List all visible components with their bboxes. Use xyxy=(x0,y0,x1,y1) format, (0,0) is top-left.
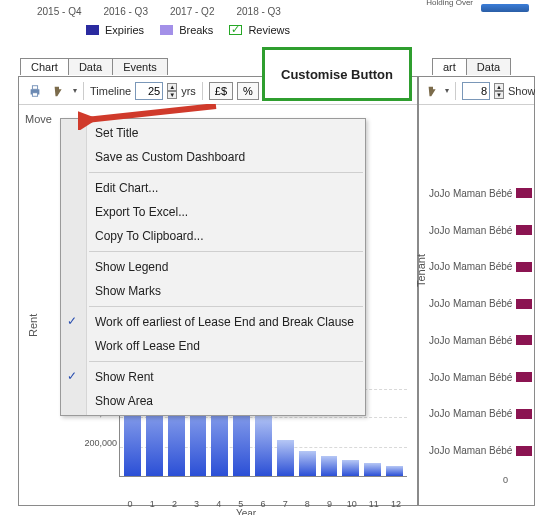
right-spinner[interactable]: ▲▼ xyxy=(494,83,504,99)
bar xyxy=(342,460,359,476)
printer-icon xyxy=(28,84,42,98)
menu-set-title[interactable]: Set Title xyxy=(61,121,365,145)
timeline-tick: 2017 - Q2 xyxy=(170,6,214,17)
bar xyxy=(386,466,403,476)
tab-data-right[interactable]: Data xyxy=(466,58,511,75)
tenant-bar xyxy=(516,299,532,309)
menu-export-excel[interactable]: Export To Excel... xyxy=(61,200,365,224)
tenant-list: JoJo Maman BébéJoJo Maman BébéJoJo Maman… xyxy=(429,175,532,469)
tenant-row: JoJo Maman Bébé xyxy=(429,298,532,309)
menu-show-marks[interactable]: Show Marks xyxy=(61,279,365,303)
legend-expiries: Expiries xyxy=(86,24,144,36)
menu-separator xyxy=(89,251,363,252)
callout-label: Customise Button xyxy=(281,67,393,82)
menu-separator xyxy=(89,306,363,307)
bar xyxy=(321,456,338,476)
svg-rect-2 xyxy=(32,92,37,96)
tenant-chart-panel: ▾ ▲▼ Show Tenant JoJo Maman BébéJoJo Mam… xyxy=(418,76,535,506)
x-axis-label: Year xyxy=(85,508,407,515)
bar xyxy=(277,440,294,476)
square-icon xyxy=(160,25,173,35)
legend-label: Reviews xyxy=(248,24,290,36)
tab-chart[interactable]: Chart xyxy=(20,58,69,75)
tenant-bar xyxy=(516,188,532,198)
bar xyxy=(255,413,272,476)
tab-events[interactable]: Events xyxy=(112,58,168,75)
spinner-up-icon[interactable]: ▲ xyxy=(167,83,177,91)
hammer-icon xyxy=(426,84,440,98)
tenant-row: JoJo Maman Bébé xyxy=(429,188,532,199)
timeline-tick: 2016 - Q3 xyxy=(103,6,147,17)
menu-save-dashboard[interactable]: Save as Custom Dashboard xyxy=(61,145,365,169)
menu-separator xyxy=(89,361,363,362)
tenant-name: JoJo Maman Bébé xyxy=(429,298,512,309)
tenant-row: JoJo Maman Bébé xyxy=(429,335,532,346)
timeline-tick: 2018 - Q3 xyxy=(236,6,280,17)
timeline-input[interactable] xyxy=(135,82,163,100)
tenant-bar xyxy=(516,446,532,456)
right-num-input[interactable] xyxy=(462,82,490,100)
tenant-bar xyxy=(516,262,532,272)
checkbox-icon xyxy=(229,25,242,35)
dropdown-arrow-icon[interactable]: ▾ xyxy=(445,86,449,95)
check-icon: ✓ xyxy=(67,314,77,328)
right-y-axis-label: Tenant xyxy=(415,254,427,287)
timeline-tick-row: 2015 - Q4 2016 - Q3 2017 - Q2 2018 - Q3 xyxy=(37,6,415,17)
tenant-name: JoJo Maman Bébé xyxy=(429,225,512,236)
legend-label: Breaks xyxy=(179,24,213,36)
customise-button[interactable] xyxy=(49,81,69,101)
print-button[interactable] xyxy=(25,81,45,101)
y-axis-label: Rent xyxy=(27,314,39,337)
callout-box: Customise Button xyxy=(262,47,412,101)
bar xyxy=(364,463,381,476)
spinner-down-icon[interactable]: ▼ xyxy=(494,91,504,99)
tenant-row: JoJo Maman Bébé xyxy=(429,445,532,456)
hammer-icon xyxy=(52,84,66,98)
tabs-left: Chart Data Events xyxy=(20,58,167,75)
tenant-row: JoJo Maman Bébé xyxy=(429,261,532,272)
svg-rect-1 xyxy=(32,85,37,89)
legend-reviews: Reviews xyxy=(229,24,290,36)
show-label: Show xyxy=(508,85,535,97)
tenant-row: JoJo Maman Bébé xyxy=(429,408,532,419)
menu-work-lease-end[interactable]: Work off Lease End xyxy=(61,334,365,358)
tabs-right: art Data xyxy=(432,58,510,75)
tenant-bar xyxy=(516,409,532,419)
menu-label: Show Rent xyxy=(95,370,154,384)
menu-label: Work off earliest of Lease End and Break… xyxy=(95,315,354,329)
square-icon xyxy=(86,25,99,35)
menu-copy-clipboard[interactable]: Copy To Clipboard... xyxy=(61,224,365,248)
spinner-down-icon[interactable]: ▼ xyxy=(167,91,177,99)
tenant-name: JoJo Maman Bébé xyxy=(429,372,512,383)
move-label: Move xyxy=(25,113,52,125)
timeline-spinner[interactable]: ▲▼ xyxy=(167,83,177,99)
bar xyxy=(299,451,316,476)
menu-show-rent[interactable]: ✓Show Rent xyxy=(61,365,365,389)
legend-label: Expiries xyxy=(105,24,144,36)
top-swatch xyxy=(481,4,529,12)
tenant-bar xyxy=(516,372,532,382)
menu-show-legend[interactable]: Show Legend xyxy=(61,255,365,279)
timeline-tick: 2015 - Q4 xyxy=(37,6,81,17)
tab-data[interactable]: Data xyxy=(68,58,113,75)
top-swatch-label: Holding Over xyxy=(426,0,473,7)
tenant-name: JoJo Maman Bébé xyxy=(429,408,512,419)
menu-show-area[interactable]: Show Area xyxy=(61,389,365,413)
tenant-bar xyxy=(516,335,532,345)
tenant-bar xyxy=(516,225,532,235)
menu-work-earliest[interactable]: ✓Work off earliest of Lease End and Brea… xyxy=(61,310,365,334)
menu-separator xyxy=(89,172,363,173)
y-tick: 200,000 xyxy=(83,438,117,448)
tenant-name: JoJo Maman Bébé xyxy=(429,261,512,272)
spinner-up-icon[interactable]: ▲ xyxy=(494,83,504,91)
tenant-name: JoJo Maman Bébé xyxy=(429,445,512,456)
dropdown-arrow-icon[interactable]: ▾ xyxy=(73,86,77,95)
menu-edit-chart[interactable]: Edit Chart... xyxy=(61,176,365,200)
percent-button[interactable]: % xyxy=(237,82,259,100)
currency-button[interactable]: £$ xyxy=(209,82,233,100)
check-icon: ✓ xyxy=(67,369,77,383)
customise-button-right[interactable] xyxy=(425,81,441,101)
timeline-units: yrs xyxy=(181,85,196,97)
toolbar-right: ▾ ▲▼ Show xyxy=(419,77,534,105)
tab-chart-right[interactable]: art xyxy=(432,58,467,75)
